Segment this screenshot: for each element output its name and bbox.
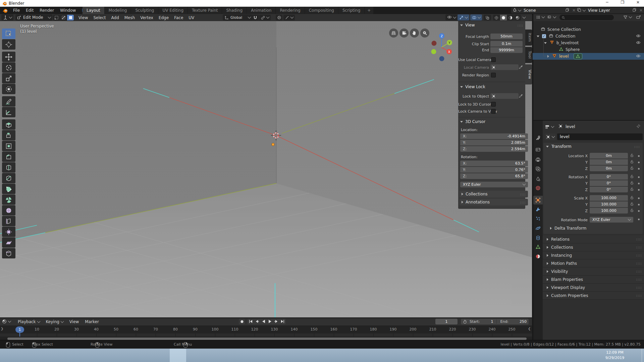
animate-dot[interactable] [638,155,640,157]
cursor-rotation-x-field[interactable]: X:63.5° [460,161,528,166]
lock-icon[interactable] [630,196,634,201]
tool-transform-button[interactable] [2,84,15,94]
tab-view-layer-icon[interactable] [535,166,541,173]
animate-dot[interactable] [638,204,640,205]
tab-tool-icon[interactable] [535,135,541,142]
tool-knife-button[interactable] [2,173,15,183]
overlays-dropdown[interactable] [470,14,482,20]
tool-measure-button[interactable] [2,107,15,117]
tool-rip-region-button[interactable] [2,248,15,258]
local-camera-field[interactable] [490,64,519,70]
scale-y-field[interactable]: 100.000 [590,201,628,207]
animate-dot[interactable] [638,183,640,184]
menu-face[interactable]: Face [171,15,186,20]
rotation-mode-dropdown[interactable]: XYZ Euler [590,217,633,223]
edge-select-button[interactable] [60,15,67,20]
new-collection-button[interactable] [636,15,641,21]
lock-icon[interactable] [630,160,634,165]
outliner-display-mode-dropdown[interactable] [536,15,544,19]
show-desktop-button[interactable] [642,349,644,362]
tool-poly-build-button[interactable] [2,184,15,194]
menu-render[interactable]: Render [37,8,57,13]
view-layer-selector[interactable]: View Layer ✕ [576,7,644,13]
menu-vertex[interactable]: Vertex [138,15,156,20]
end-value[interactable]: 250 [520,319,527,324]
tab-modifiers-icon[interactable] [535,207,541,213]
tool-move-button[interactable] [2,52,15,62]
camera-view-button[interactable] [399,28,409,38]
transform-orientation-selector[interactable]: Global [223,14,252,20]
gizmo-dropdown[interactable] [458,14,469,20]
collection-checkbox[interactable]: ✓ [542,34,546,38]
current-frame-pill[interactable]: 1 [15,326,24,333]
timeline-menu-view[interactable]: View [66,319,82,324]
lock-camera-checkbox[interactable] [491,109,496,114]
menu-uv[interactable]: UV [186,15,197,20]
clip-start-field[interactable]: 0.1m [490,41,523,47]
tab-material-icon[interactable] [535,254,541,260]
toggle-grid-button[interactable] [389,28,398,38]
n-panel-tab-tool[interactable]: Tool [525,47,532,63]
axis-navigation-gizmo[interactable]: Z Y X [429,32,455,64]
lock-to-object-eyedropper-icon[interactable] [519,94,523,99]
lock-icon[interactable] [630,166,634,171]
proportional-falloff-dropdown[interactable] [283,15,295,20]
focal-length-field[interactable]: 50mm [490,34,523,39]
tray-clock-block[interactable]: 12:09 PM 9/29/2019 [604,350,626,361]
timeline-menu-marker[interactable]: Marker [82,319,102,324]
jump-to-start-button[interactable] [248,319,254,324]
menu-view[interactable]: View [76,15,91,20]
tool-inset-faces-button[interactable] [2,141,15,151]
timeline-editor-type-button[interactable] [2,319,11,324]
panel-collections[interactable]: Collections:::: [543,243,644,251]
clip-end-field[interactable]: 99999m [490,47,523,53]
timeline-ruler[interactable]: 1020304050607080901001101201301401501601… [0,325,532,334]
blender-menu-icon[interactable] [3,8,8,14]
tool-smooth-button[interactable] [2,205,15,216]
tool-edge-slide-button[interactable] [2,216,15,226]
shading-material-button[interactable] [507,15,514,20]
expand-icon[interactable] [544,42,547,44]
xray-toggle-button[interactable] [484,15,491,20]
rotation-y-field[interactable]: 0° [590,180,628,186]
cursor-location-z-field[interactable]: Z:2.594m [460,146,528,152]
shading-solid-button[interactable] [500,15,507,20]
shading-rendered-button[interactable] [514,15,521,20]
hide-eye-icon[interactable] [636,54,641,59]
view-layer-name[interactable]: View Layer [588,8,632,13]
mode-selector[interactable]: Edit Mode [15,14,52,20]
breadcrumb-object-name[interactable]: level [566,124,575,129]
close-button[interactable]: ✕ [632,0,644,7]
outliner-filter-button[interactable] [623,15,632,19]
pin-icon[interactable] [636,124,641,129]
panel-instancing[interactable]: Instancing:::: [543,251,644,259]
shading-wireframe-button[interactable] [493,15,500,20]
lock-icon[interactable] [630,208,634,214]
animate-dot[interactable] [638,210,640,212]
tab-constraints-icon[interactable] [535,235,541,242]
maximize-button[interactable]: ❐ [618,0,628,7]
panel-visibility[interactable]: Visibility:::: [543,267,644,276]
visibility-dropdown[interactable] [445,14,458,20]
animate-dot[interactable] [638,176,640,178]
lock-icon[interactable] [630,181,634,186]
panel-custom-properties[interactable]: Custom Properties:::: [543,292,644,300]
panel-drag-handle[interactable]: :::: [518,23,523,27]
collections-panel-header[interactable]: Collections:::: [460,191,528,197]
workspace-tab-layout[interactable]: Layout [83,7,104,14]
workspace-tab-shading[interactable]: Shading [222,7,247,14]
playhead-line[interactable] [19,333,20,337]
zoom-view-button[interactable] [420,28,429,38]
tab-world-icon[interactable] [535,185,541,192]
auto-keying-button[interactable] [239,319,245,324]
menu-edit[interactable]: Edit [23,8,37,13]
play-reverse-button[interactable] [260,319,267,324]
cursor-panel-header[interactable]: 3D Cursor [460,119,523,124]
timeline-scrollbar[interactable] [7,338,527,340]
animate-dot[interactable] [638,168,640,170]
lock-icon[interactable] [630,154,634,159]
proportional-editing-button[interactable] [276,15,282,20]
viewport-3d[interactable]: User Perspective (1) level [0,21,532,317]
workspace-tab-sculpting[interactable]: Sculpting [131,7,158,14]
tool-shear-button[interactable] [2,237,15,248]
